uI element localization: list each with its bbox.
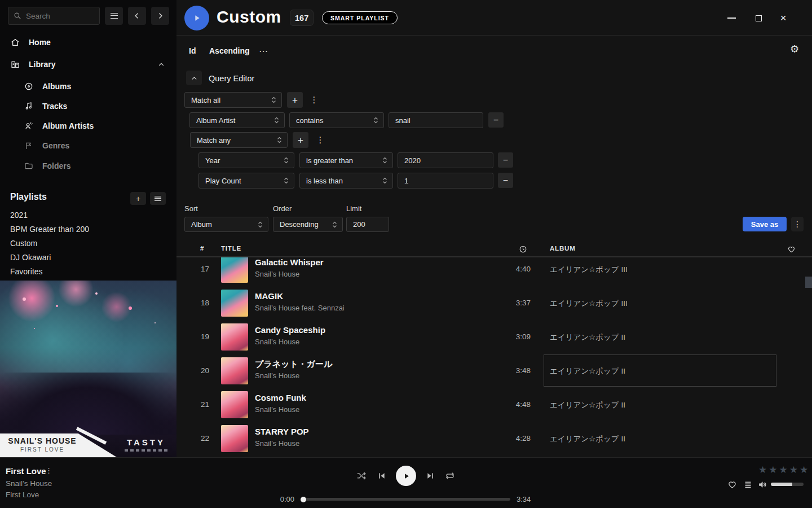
select-value: Match any — [197, 136, 231, 144]
shuffle-icon — [356, 471, 367, 481]
play-icon — [402, 472, 411, 480]
add-rule-button-2[interactable]: + — [293, 132, 308, 148]
playlist-item[interactable]: DJ Okawari — [10, 251, 157, 264]
sort-direction-button[interactable]: Ascending — [209, 44, 250, 58]
volume-slider[interactable] — [771, 483, 804, 486]
column-header-title[interactable]: TITLE — [221, 245, 241, 252]
toolbar-more-button[interactable]: ⋯ — [259, 44, 268, 58]
seek-bar[interactable] — [302, 498, 510, 501]
sidebar-item-home[interactable]: Home — [0, 34, 176, 51]
playlists-header: Playlists + — [0, 191, 176, 205]
playlist-item[interactable]: Favorites — [10, 265, 157, 278]
rule1-value-input[interactable] — [389, 112, 483, 128]
sidebar-item-genres[interactable]: Genres — [0, 137, 176, 154]
rule1-operator-select[interactable]: contains — [289, 112, 384, 128]
select-updown-icon — [382, 177, 387, 185]
collapse-query-editor-button[interactable] — [186, 71, 202, 85]
sort-select[interactable]: Album — [184, 217, 268, 232]
volume-button[interactable] — [756, 479, 769, 490]
playlist-item[interactable]: BPM Greater than 200 — [10, 222, 157, 236]
rule3-field-select[interactable]: Play Count — [198, 173, 294, 189]
group-menu-button-1[interactable]: ⋮ — [310, 92, 319, 108]
collapse-library-icon[interactable] — [157, 60, 165, 71]
rule2-field-select[interactable]: Year — [198, 152, 294, 168]
select-updown-icon — [284, 177, 289, 185]
track-album: エイリアン☆ポップ II — [550, 400, 625, 410]
query-editor-title: Query Editor — [209, 74, 254, 83]
favorite-button[interactable] — [726, 479, 738, 489]
rule3-value-input[interactable] — [398, 173, 493, 189]
sort-field-button[interactable]: Id — [189, 44, 196, 58]
close-button[interactable]: × — [774, 7, 793, 29]
rating-stars[interactable]: ★★★★★ — [758, 464, 810, 476]
remove-rule2-button[interactable]: − — [498, 152, 513, 168]
match-mode-select-1[interactable]: Match all — [184, 92, 282, 108]
nav-forward-button[interactable] — [151, 7, 169, 25]
queue-button[interactable] — [742, 479, 753, 489]
sidebar-item-library[interactable]: Library — [0, 56, 176, 73]
track-album-art — [221, 357, 248, 384]
column-header-album[interactable]: ALBUM — [550, 245, 576, 252]
now-playing-menu-button[interactable]: ⋮ — [45, 466, 52, 475]
search-input[interactable] — [26, 12, 94, 20]
track-duration: 3:48 — [481, 366, 531, 375]
match-mode-select-2[interactable]: Match any — [190, 132, 288, 148]
minimize-button[interactable] — [722, 7, 741, 29]
track-row[interactable]: 17 Galactic Whisper Snail’s House 4:40 エ… — [176, 257, 812, 286]
search-box[interactable] — [8, 7, 100, 25]
track-row[interactable]: 20 プラネット・ガール Snail’s House 3:48 エイリアン☆ポッ… — [176, 354, 812, 388]
track-album-art — [221, 257, 248, 283]
track-row[interactable]: 21 Cosmo Funk Snail’s House 4:48 エイリアン☆ポ… — [176, 388, 812, 422]
track-number: 19 — [192, 332, 209, 341]
sidebar-item-folders[interactable]: Folders — [0, 157, 176, 174]
settings-gear-icon[interactable]: ⚙ — [790, 43, 799, 55]
remove-rule3-button[interactable]: − — [498, 173, 513, 188]
rule2-value-input[interactable] — [398, 152, 493, 168]
add-playlist-button[interactable]: + — [130, 192, 146, 205]
rule2-operator-select[interactable]: is greater than — [299, 152, 393, 168]
playlist-item[interactable]: Custom — [10, 237, 157, 250]
disc-icon — [24, 82, 34, 91]
scrollbar-thumb[interactable] — [805, 277, 812, 288]
sidebar-item-albums[interactable]: Albums — [0, 78, 176, 95]
play-pause-button[interactable] — [396, 466, 416, 486]
track-album-art — [221, 425, 248, 452]
shuffle-button[interactable] — [355, 470, 368, 482]
next-track-button[interactable] — [425, 471, 436, 481]
playlist-item[interactable]: 2021 — [10, 208, 157, 222]
skip-previous-icon — [377, 471, 386, 480]
track-title: Galactic Whisper — [255, 257, 324, 267]
limit-input[interactable] — [346, 217, 389, 232]
column-header-favorite[interactable] — [787, 245, 796, 255]
sidebar-item-album-artists[interactable]: Album Artists — [0, 117, 176, 134]
now-playing-artwork[interactable]: SNAIL'S HOUSE FIRST LOVE TASTY — [0, 281, 176, 457]
track-row[interactable]: 19 Candy Spaceship Snail’s House 3:09 エイ… — [176, 320, 812, 354]
track-album: エイリアン☆ポップ II — [550, 434, 625, 444]
menu-button[interactable] — [105, 7, 123, 25]
repeat-button[interactable] — [443, 470, 457, 482]
previous-track-button[interactable] — [376, 471, 387, 481]
sidebar-item-tracks[interactable]: Tracks — [0, 98, 176, 115]
heart-icon — [787, 245, 796, 253]
chevron-right-icon — [156, 12, 164, 20]
rule3-operator-select[interactable]: is less than — [299, 173, 393, 189]
rule1-field-select[interactable]: Album Artist — [189, 112, 285, 128]
add-rule-button-1[interactable]: + — [287, 92, 303, 108]
column-header-index[interactable]: # — [200, 245, 204, 252]
remove-rule1-button[interactable]: − — [488, 112, 504, 128]
playlist-list-button[interactable] — [150, 192, 166, 205]
column-header-duration clock-icon[interactable] — [519, 245, 527, 255]
seek-handle[interactable] — [301, 497, 306, 502]
nav-back-button[interactable] — [128, 7, 146, 25]
save-menu-button[interactable]: ⋮ — [791, 217, 804, 231]
chevron-up-icon — [191, 75, 198, 82]
track-row[interactable]: 22 STARRY POP Snail’s House 4:28 エイリアン☆ポ… — [176, 422, 812, 456]
track-row[interactable]: 18 MAGIK Snail’s House feat. Sennzai 3:3… — [176, 286, 812, 320]
track-album-art — [221, 391, 248, 418]
maximize-button[interactable] — [749, 7, 768, 29]
save-as-button[interactable]: Save as — [743, 217, 787, 231]
play-playlist-button[interactable] — [184, 6, 209, 30]
order-select[interactable]: Descending — [273, 217, 343, 232]
select-updown-icon — [274, 116, 279, 124]
group-menu-button-2[interactable]: ⋮ — [316, 132, 325, 148]
